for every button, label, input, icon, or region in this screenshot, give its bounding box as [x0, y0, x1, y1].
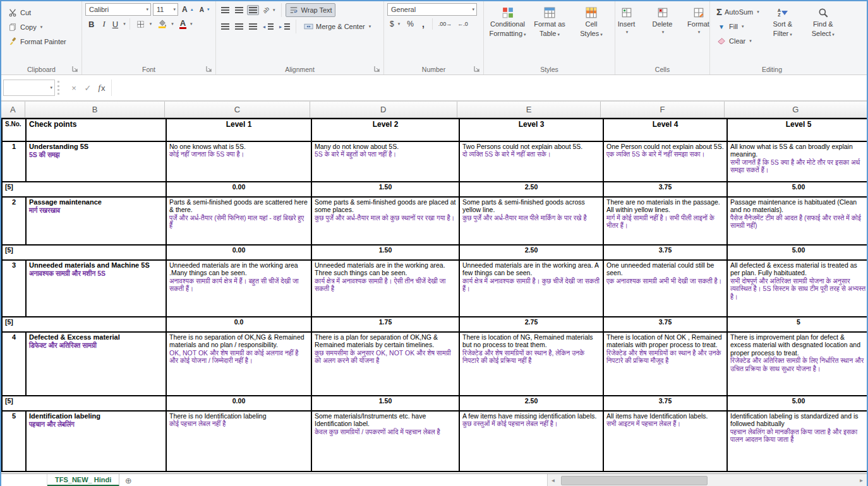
cell-level-1[interactable]: Parts & semi-finished goods are scattere… [166, 197, 311, 245]
cell-checkpoint[interactable]: Identification labelingपहचान और लेबलिंग [26, 411, 166, 471]
cell-score-value[interactable]: 1.50 [311, 182, 459, 197]
header-cell[interactable]: Level 5 [727, 119, 867, 141]
column-header-g[interactable]: G [725, 102, 867, 117]
cell-score-label[interactable]: [5] [2, 317, 166, 332]
cell-score-label[interactable]: [5] [2, 396, 166, 411]
sheet-tab-active[interactable]: TFS_NEW_ Hindi [47, 474, 119, 486]
bold-button[interactable]: B [85, 19, 97, 30]
header-cell[interactable]: Level 1 [166, 119, 311, 141]
cell-level-2[interactable]: Many do not know about 5S.5S के बारे में… [311, 141, 459, 182]
cell-score-value[interactable]: 2.50 [459, 396, 603, 411]
scrollbar-track[interactable] [558, 474, 856, 486]
cell-level-4[interactable]: All items have Identification labels.सभी… [603, 411, 727, 471]
cell-score-value[interactable]: 1.75 [311, 317, 459, 332]
scroll-right-arrow[interactable]: ► [856, 478, 867, 483]
conditional-formatting-button[interactable]: Conditional Formatting▾ [487, 3, 528, 39]
align-top-button[interactable] [219, 5, 231, 15]
cell-level-2[interactable]: Some materials/Instruments etc. have Ide… [311, 411, 459, 471]
cell-level-3[interactable]: Two Persons could not explain about 5S.द… [459, 141, 603, 182]
cell-level-4[interactable]: There are no materials in the passage. A… [603, 197, 727, 245]
clear-button[interactable]: Clear▾ [713, 34, 763, 48]
format-painter-button[interactable]: Format Painter [4, 35, 69, 49]
scroll-left-arrow[interactable]: ◄ [548, 478, 558, 483]
cell-score-value[interactable]: 1.50 [311, 245, 459, 260]
font-dialog-launcher-icon[interactable] [206, 66, 213, 73]
cell-score-value[interactable]: 1.50 [311, 396, 459, 411]
underline-button[interactable]: U [111, 19, 120, 30]
decrease-indent-button[interactable]: ◂ [261, 21, 275, 32]
cell-level-3[interactable]: Some parts & semi-finished goods across … [459, 197, 603, 245]
header-cell[interactable]: Check points [26, 119, 166, 141]
cell-level-5[interactable]: Passage maintenance is habituated (Clean… [727, 197, 867, 245]
cell-score-value[interactable]: 5 [727, 317, 867, 332]
column-header-c[interactable]: C [165, 102, 310, 117]
shrink-font-button[interactable]: A▼ [198, 6, 212, 14]
cell-level-1[interactable]: No one knows what is 5S.कोई नहीं जानता क… [166, 141, 311, 182]
cell-score-value[interactable]: 3.75 [603, 317, 727, 332]
number-dialog-launcher-icon[interactable] [474, 66, 481, 73]
horizontal-scrollbar[interactable]: ◄ ► [547, 474, 867, 486]
cell-score-value[interactable]: 5.00 [727, 182, 867, 197]
delete-cells-button[interactable]: Delete ▾ [645, 3, 680, 37]
borders-button[interactable]: ▾ [134, 18, 154, 30]
align-left-button[interactable] [219, 21, 231, 32]
merge-center-button[interactable]: Merge & Center▾ [300, 20, 374, 33]
cell-level-2[interactable]: Unneeded materials are in the working ar… [311, 260, 459, 317]
scrollbar-thumb[interactable] [561, 476, 708, 485]
comma-style-button[interactable]: , [418, 18, 428, 30]
increase-indent-button[interactable]: ▸ [277, 21, 292, 32]
increase-decimal-button[interactable]: .00→ [437, 20, 454, 28]
cell-score-value[interactable]: 2.50 [459, 245, 603, 260]
cell-serial-number[interactable]: 4 [2, 332, 26, 396]
fill-color-button[interactable]: ▾ [155, 18, 176, 30]
cell-level-3[interactable]: There is location of NG, Remained materi… [459, 332, 603, 396]
cell-level-1[interactable]: There is no separation of OK,NG & Remain… [166, 332, 311, 396]
insert-cells-button[interactable]: Insert ▾ [609, 3, 644, 37]
cut-button[interactable]: Cut [4, 6, 34, 20]
clipboard-dialog-launcher-icon[interactable] [72, 66, 79, 73]
cell-serial-number[interactable]: 3 [2, 260, 26, 317]
cell-styles-button[interactable]: Cell Styles▾ [571, 3, 612, 39]
cell-score-value[interactable]: 3.75 [603, 182, 727, 197]
header-cell[interactable]: Level 2 [311, 119, 459, 141]
cell-score-value[interactable]: 0.00 [166, 182, 311, 197]
decrease-decimal-button[interactable]: ←.0 [455, 20, 470, 28]
fill-button[interactable]: ▼Fill▾ [713, 20, 763, 33]
cell-checkpoint[interactable]: Defected & Excess materialडिफेक्ट और अति… [26, 332, 166, 396]
cell-score-value[interactable]: 0.00 [166, 245, 311, 260]
cell-checkpoint[interactable]: Passage maintenanceमार्ग रखरखाव [26, 197, 166, 245]
cell-score-value[interactable]: 3.75 [603, 245, 727, 260]
cell-score-value[interactable]: 2.50 [459, 182, 603, 197]
italic-button[interactable]: I [99, 18, 108, 30]
wrap-text-button[interactable]: Wrap Text [286, 3, 335, 17]
enter-icon[interactable]: ✓ [81, 81, 95, 95]
cell-score-value[interactable]: 0.0 [166, 317, 311, 332]
header-cell[interactable]: S.No. [2, 119, 26, 141]
cell-level-5[interactable]: There is improvement plan for defect & e… [727, 332, 867, 396]
cell-score-value[interactable]: 3.75 [603, 396, 727, 411]
cell-level-1[interactable]: Unneeded materials are in the working ar… [166, 260, 311, 317]
column-header-f[interactable]: F [601, 102, 724, 117]
cancel-icon[interactable]: × [67, 81, 81, 95]
cell-checkpoint[interactable]: Understanding 5S5S की समझ [26, 141, 166, 182]
cell-serial-number[interactable]: 2 [2, 197, 26, 245]
name-box[interactable]: ▾ [3, 80, 55, 96]
alignment-dialog-launcher-icon[interactable] [374, 66, 381, 73]
cell-checkpoint[interactable]: Unneeded materials and Machine 5Sअनावश्य… [26, 260, 166, 317]
cell-level-5[interactable]: All defected & excess material is treate… [727, 260, 867, 317]
cell-level-1[interactable]: There is no Identification labelingकोई प… [166, 411, 311, 471]
formula-input[interactable] [111, 80, 867, 96]
grow-font-button[interactable]: A▲ [180, 4, 196, 15]
column-header-d[interactable]: D [310, 102, 457, 117]
cell-level-4[interactable]: One unneeded material could still be see… [603, 260, 727, 317]
cell-serial-number[interactable]: 1 [2, 141, 26, 182]
align-right-button[interactable] [247, 21, 259, 32]
sort-filter-button[interactable]: AZ Sort & Filter▾ [763, 3, 803, 39]
font-family-combobox[interactable]: Calibri▾ [85, 3, 151, 16]
cell-serial-number[interactable]: 5 [2, 411, 26, 471]
copy-button[interactable]: Copy▾ [4, 20, 45, 34]
cell-level-2[interactable]: Some parts & semi-finished goods are pla… [311, 197, 459, 245]
align-bottom-button[interactable] [247, 5, 259, 15]
font-size-combobox[interactable]: 11▾ [153, 3, 178, 16]
cell-level-3[interactable]: Unneeded materials are in the working ar… [459, 260, 603, 317]
